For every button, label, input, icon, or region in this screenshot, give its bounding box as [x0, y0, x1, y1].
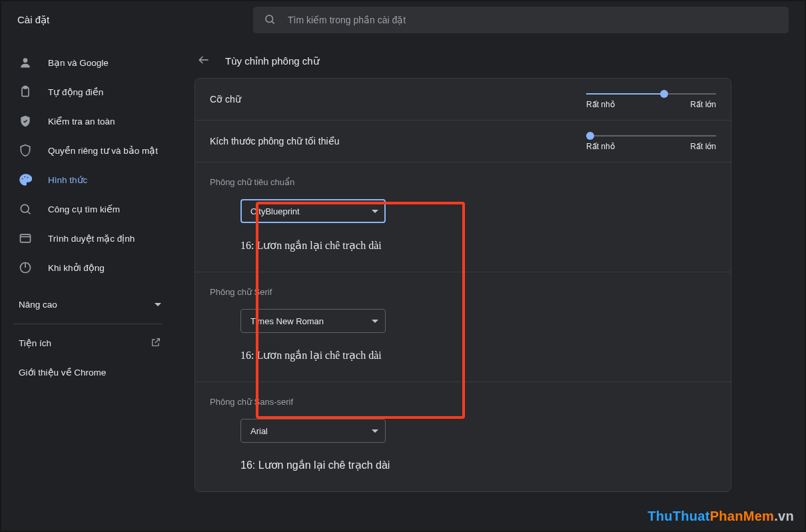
sidebar-link-extensions[interactable]: Tiện ích: [1, 328, 175, 358]
app-title: Cài đặt: [1, 14, 253, 26]
sidebar-link-about[interactable]: Giới thiệu về Chrome: [1, 358, 175, 387]
open-in-new-icon: [151, 337, 161, 350]
select-value: Times New Roman: [250, 316, 324, 326]
slider-min-label: Rất nhỏ: [586, 142, 615, 151]
divider: [13, 324, 163, 324]
search-icon: [19, 202, 32, 216]
font-settings-card: Cỡ chữ Rất nhỏ Rất lớn Kích thước phông …: [195, 78, 731, 492]
sans-font-select[interactable]: Arial: [240, 419, 386, 443]
sidebar-item-privacy-security[interactable]: Quyền riêng tư và bảo mật: [1, 137, 175, 164]
about-label: Giới thiệu về Chrome: [19, 367, 106, 378]
sidebar-item-label: Trình duyệt mặc định: [48, 233, 135, 244]
serif-font-sample: 16: Lươn ngắn lại chê trạch dài: [240, 349, 716, 362]
settings-search[interactable]: [253, 7, 789, 33]
palette-icon: [19, 173, 32, 186]
serif-font-label: Phông chữ Serif: [210, 287, 716, 297]
svg-point-6: [24, 176, 25, 177]
slider-max-label: Rất lớn: [690, 142, 716, 151]
person-icon: [19, 56, 32, 69]
slider-min-label: Rất nhỏ: [586, 100, 615, 109]
power-icon: [19, 261, 32, 274]
extensions-label: Tiện ích: [19, 338, 51, 348]
sidebar-item-search-engine[interactable]: Công cụ tìm kiếm: [1, 196, 175, 222]
browser-icon: [19, 232, 32, 245]
sidebar-advanced-toggle[interactable]: Nâng cao: [1, 289, 175, 320]
shield-check-icon: [19, 115, 32, 128]
font-size-slider[interactable]: [586, 93, 716, 95]
shield-icon: [19, 144, 32, 157]
dropdown-icon: [372, 429, 378, 433]
section-standard-font: Phông chữ tiêu chuẩn CityBlueprint 16: L…: [195, 162, 731, 272]
sidebar-item-autofill[interactable]: Tự động điền: [1, 79, 175, 105]
page-title: Tùy chỉnh phông chữ: [225, 55, 320, 67]
svg-point-0: [266, 15, 273, 23]
dropdown-icon: [372, 320, 378, 323]
section-serif-font: Phông chữ Serif Times New Roman 16: Lươn…: [195, 272, 731, 382]
svg-rect-10: [21, 234, 31, 242]
svg-point-5: [22, 178, 23, 179]
sidebar: Bạn và Google Tự động điền Kiểm tra an t…: [1, 39, 175, 531]
search-icon: [264, 13, 276, 27]
sidebar-item-label: Kiểm tra an toàn: [48, 116, 115, 127]
dropdown-icon: [372, 210, 378, 213]
min-font-size-label: Kích thước phông chữ tối thiểu: [210, 136, 339, 146]
min-font-size-slider[interactable]: [586, 135, 716, 136]
select-value: CityBlueprint: [250, 206, 300, 216]
slider-max-label: Rất lớn: [690, 100, 716, 109]
svg-point-7: [27, 177, 28, 178]
sidebar-item-label: Bạn và Google: [48, 57, 109, 68]
watermark: ThuThuatPhanMem.vn: [647, 509, 794, 524]
svg-line-1: [272, 21, 274, 23]
sidebar-item-on-startup[interactable]: Khi khởi động: [1, 254, 175, 281]
row-min-font-size: Kích thước phông chữ tối thiểu Rất nhỏ R…: [195, 121, 731, 162]
svg-point-8: [21, 204, 29, 212]
content-area: Tùy chỉnh phông chữ Cỡ chữ Rất nhỏ Rất l…: [175, 39, 805, 531]
sans-font-label: Phông chữ Sans-serif: [210, 397, 716, 407]
row-font-size: Cỡ chữ Rất nhỏ Rất lớn: [195, 79, 731, 121]
select-value: Arial: [250, 426, 268, 436]
serif-font-select[interactable]: Times New Roman: [240, 309, 386, 333]
sidebar-item-you-and-google[interactable]: Bạn và Google: [1, 49, 175, 76]
standard-font-select[interactable]: CityBlueprint: [240, 199, 386, 223]
section-sans-font: Phông chữ Sans-serif Arial 16: Lươn ngắn…: [195, 382, 731, 491]
sidebar-item-label: Quyền riêng tư và bảo mật: [48, 145, 158, 156]
sidebar-item-safety-check[interactable]: Kiểm tra an toàn: [1, 108, 175, 134]
sidebar-item-label: Tự động điền: [48, 87, 103, 97]
svg-point-2: [23, 58, 28, 63]
chevron-down-icon: [155, 303, 161, 306]
sidebar-item-default-browser[interactable]: Trình duyệt mặc định: [1, 225, 175, 252]
sans-font-sample: 16: Lươn ngắn lại chê trạch dài: [240, 459, 716, 471]
back-button[interactable]: [197, 53, 210, 69]
svg-line-9: [28, 212, 31, 214]
sidebar-item-appearance[interactable]: Hình thức: [1, 166, 175, 193]
standard-font-label: Phông chữ tiêu chuẩn: [210, 177, 716, 187]
sidebar-item-label: Khi khởi động: [48, 262, 105, 273]
clipboard-icon: [19, 85, 32, 99]
sidebar-item-label: Công cụ tìm kiếm: [48, 204, 120, 214]
standard-font-sample: 16: Lươn ngắn lại chê trạch dài: [240, 239, 716, 252]
sidebar-item-label: Hình thức: [48, 174, 87, 185]
font-size-label: Cỡ chữ: [210, 94, 241, 105]
search-input[interactable]: [288, 15, 778, 25]
svg-rect-4: [24, 87, 27, 89]
advanced-label: Nâng cao: [19, 300, 57, 310]
